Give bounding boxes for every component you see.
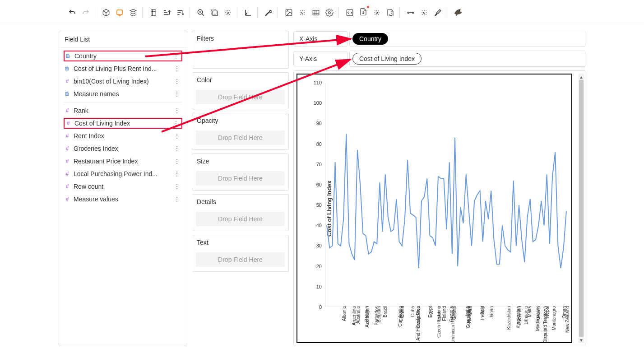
field-item-cost-of-living-plus-rent-ind-[interactable]: 🗎Cost of Living Plus Rent Ind...⋮ xyxy=(59,62,187,75)
field-more-icon[interactable]: ⋮ xyxy=(172,132,182,140)
field-item-groceries-index[interactable]: #Groceries Index⋮ xyxy=(59,142,187,155)
resize-icon[interactable] xyxy=(209,7,220,18)
details-shelf[interactable]: Details Drop Field Here xyxy=(192,194,289,231)
field-more-icon[interactable]: ⋮ xyxy=(172,65,182,72)
field-more-icon[interactable]: ⋮ xyxy=(172,145,182,152)
field-more-icon[interactable]: ⋮ xyxy=(172,170,182,177)
chart-scrollbar[interactable]: ▲ ▼ xyxy=(579,74,584,343)
y-axis-shelf[interactable]: Cost of Living Index xyxy=(349,51,585,67)
mark-icon[interactable] xyxy=(114,7,125,18)
y-axis-pill-coli[interactable]: Cost of Living Index xyxy=(352,53,422,65)
table-icon[interactable] xyxy=(310,7,321,18)
image-icon[interactable] xyxy=(283,7,294,18)
field-more-icon[interactable]: ⋮ xyxy=(172,158,182,165)
size-dropzone[interactable]: Drop Field Here xyxy=(196,171,285,186)
field-more-icon[interactable]: ⋮ xyxy=(172,78,182,85)
opacity-dropzone[interactable]: Drop Field Here xyxy=(196,130,285,145)
scroll-thumb[interactable] xyxy=(579,80,584,337)
svg-point-12 xyxy=(376,12,378,14)
settings-gear-icon[interactable] xyxy=(324,7,335,18)
field-item-measure-values[interactable]: #Measure values⋮ xyxy=(59,193,187,205)
opacity-shelf[interactable]: Opacity Drop Field Here xyxy=(192,113,289,150)
hash-icon: # xyxy=(64,133,71,139)
field-more-icon[interactable]: ⋮ xyxy=(172,107,182,114)
text-dropzone[interactable]: Drop Field Here xyxy=(196,252,285,267)
field-more-icon[interactable]: ⋮ xyxy=(172,183,182,190)
image-gear-icon[interactable] xyxy=(297,7,308,18)
text-shelf[interactable]: Text Drop Field Here xyxy=(192,235,289,272)
cube-icon[interactable] xyxy=(101,7,111,18)
svg-point-13 xyxy=(408,12,409,13)
color-dropzone[interactable]: Drop Field Here xyxy=(196,90,285,104)
pygwalker-logo-icon[interactable] xyxy=(453,7,463,18)
y-axis-row: Y-Axis Cost of Living Index xyxy=(293,51,585,67)
export-icon[interactable] xyxy=(358,7,369,18)
svg-point-15 xyxy=(423,12,425,14)
field-more-icon[interactable]: ⋮ xyxy=(172,90,182,98)
field-item-country[interactable]: 🗎Country⋮ xyxy=(64,51,182,61)
details-dropzone[interactable]: Drop Field Here xyxy=(196,212,285,226)
document-icon: 🗎 xyxy=(64,65,71,72)
x-axis-label: X-Axis xyxy=(293,31,347,47)
x-axis-row: X-Axis Country xyxy=(293,31,585,47)
svg-point-5 xyxy=(227,12,229,14)
hash-icon: # xyxy=(64,196,71,202)
y-axis-label: Y-Axis xyxy=(293,51,347,66)
zoom-icon[interactable] xyxy=(195,7,206,18)
document-icon: 🗎 xyxy=(65,53,72,59)
wrench-icon[interactable] xyxy=(263,7,274,18)
field-item-local-purchasing-power-ind-[interactable]: #Local Purchasing Power Ind...⋮ xyxy=(59,168,187,180)
field-more-icon[interactable]: ⋮ xyxy=(171,120,181,127)
brush-icon[interactable] xyxy=(432,7,443,18)
svg-rect-3 xyxy=(211,9,216,14)
axis-chart-area: X-Axis Country Y-Axis Cost of Living Ind… xyxy=(293,31,585,346)
sort-asc-icon[interactable] xyxy=(162,7,172,18)
svg-point-16 xyxy=(459,10,460,11)
redo-button[interactable] xyxy=(80,7,91,18)
y-tick: 40 xyxy=(316,223,322,228)
y-tick: 80 xyxy=(316,141,322,147)
svg-rect-1 xyxy=(151,9,156,16)
x-tick: Oman xyxy=(562,306,572,318)
coord-icon[interactable] xyxy=(243,7,254,18)
field-more-icon[interactable]: ⋮ xyxy=(172,195,182,203)
color-shelf[interactable]: Color Drop Field Here xyxy=(192,72,289,109)
y-tick: 90 xyxy=(316,121,322,126)
y-tick: 60 xyxy=(316,182,322,187)
shelves-column: Filters Color Drop Field Here Opacity Dr… xyxy=(192,31,289,346)
field-item-rank[interactable]: #Rank⋮ xyxy=(59,104,187,117)
stack-icon[interactable] xyxy=(128,7,139,18)
y-tick: 30 xyxy=(316,243,322,248)
theme-gear-icon[interactable] xyxy=(419,7,430,18)
theme-node-icon[interactable] xyxy=(405,7,416,18)
hash-icon: # xyxy=(64,183,71,190)
size-shelf[interactable]: Size Drop Field Here xyxy=(192,154,289,191)
sort-desc-icon[interactable] xyxy=(175,7,186,18)
resize-gear-icon[interactable] xyxy=(222,7,233,18)
scroll-down-arrow[interactable]: ▼ xyxy=(579,337,584,343)
svg-rect-9 xyxy=(313,10,319,15)
filters-shelf[interactable]: Filters xyxy=(192,31,289,69)
undo-button[interactable] xyxy=(67,7,78,18)
y-tick: 20 xyxy=(316,264,322,269)
export-gear-icon[interactable] xyxy=(371,7,382,18)
field-item-rent-index[interactable]: #Rent Index⋮ xyxy=(59,130,187,142)
svg-rect-4 xyxy=(213,11,218,16)
x-axis-pill-country[interactable]: Country xyxy=(352,33,388,45)
y-tick: 110 xyxy=(314,80,322,85)
x-axis-shelf[interactable]: Country xyxy=(349,31,585,47)
field-item-bin10-cost-of-living-index-[interactable]: #bin10(Cost of Living Index)⋮ xyxy=(59,75,187,88)
transpose-icon[interactable] xyxy=(148,7,159,18)
field-item-cost-of-living-index[interactable]: #Cost of Living Index⋮ xyxy=(64,118,182,129)
y-tick: 0 xyxy=(319,304,322,310)
svg-point-10 xyxy=(329,11,331,14)
field-item-row-count[interactable]: #Row count⋮ xyxy=(59,180,187,193)
field-item-restaurant-price-index[interactable]: #Restaurant Price Index⋮ xyxy=(59,155,187,168)
scroll-up-arrow[interactable]: ▲ xyxy=(579,74,584,80)
chart-canvas[interactable]: Cost of Living Index 0102030405060708090… xyxy=(297,74,572,343)
code-icon[interactable] xyxy=(344,7,355,18)
refresh-doc-icon[interactable] xyxy=(385,7,396,18)
field-more-icon[interactable]: ⋮ xyxy=(171,52,181,60)
hash-icon: # xyxy=(65,120,72,126)
field-item-measure-names[interactable]: 🗎Measure names⋮ xyxy=(59,88,187,100)
